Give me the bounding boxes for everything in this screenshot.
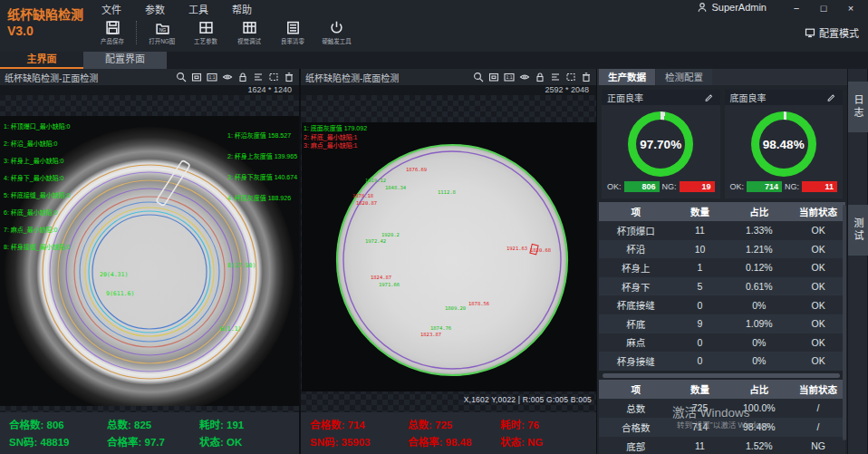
annotation-line: 4: 杯身下_最小缺陷:0 xyxy=(4,169,71,187)
status-field: 耗时: 76 xyxy=(500,417,596,431)
yield-gauges: 正面良率 97.70% OK: 806 NG: 19 底面良率 xyxy=(597,85,847,202)
vertical-scrollbar[interactable] xyxy=(843,205,846,440)
column-header: 占比 xyxy=(727,380,791,399)
menu-bar: 文件参数工具帮助 xyxy=(91,0,252,18)
one-to-one-icon[interactable]: 1:1 xyxy=(207,72,217,82)
main-tab-row: 主界面 配置界面 xyxy=(0,52,868,69)
svg-text:1823.87: 1823.87 xyxy=(420,332,441,337)
tab-log[interactable]: 日志 xyxy=(848,82,868,132)
toolbar-button[interactable]: 硬触发工具 xyxy=(314,18,358,45)
bottom-resolution: 2592 * 2048 xyxy=(301,85,596,95)
fit-view-icon[interactable] xyxy=(488,72,499,82)
status-field: 总数: 725 xyxy=(408,417,500,431)
tab-detection-config[interactable]: 检测配置 xyxy=(656,69,712,85)
toolbar-button[interactable]: 良率清零 xyxy=(271,18,314,45)
menu-item[interactable]: 参数 xyxy=(145,2,165,16)
toolbar-button[interactable]: 视觉调试 xyxy=(227,18,271,45)
zoom-icon[interactable] xyxy=(473,72,484,82)
data-panel: 生产数据 检测配置 正面良率 97.70% OK: 806 NG: xyxy=(596,69,847,454)
maximize-button[interactable]: □ xyxy=(812,2,835,16)
edit-icon[interactable] xyxy=(826,92,837,103)
front-view-panel: 纸杯缺陷检测-正面检测 1:1 1624 * 1240 xyxy=(0,69,299,454)
zoom-icon[interactable] xyxy=(176,72,187,82)
eye-icon[interactable] xyxy=(519,72,530,82)
trash-icon[interactable] xyxy=(581,72,592,82)
annotation-line: 4: 杯底灰度值 188.926 xyxy=(227,188,297,208)
tab-main-interface[interactable]: 主界面 xyxy=(0,52,83,69)
app-title: 纸杯缺陷检测 V3.0 xyxy=(0,0,88,52)
summary-table-header: 项数量占比当前状态 xyxy=(599,380,845,399)
menu-item[interactable]: 帮助 xyxy=(232,2,252,16)
svg-text:1919.12: 1919.12 xyxy=(365,178,386,183)
table-row[interactable]: 杯身接缝00%OK xyxy=(599,352,845,371)
column-header: 当前状态 xyxy=(791,380,845,399)
bottom-yield-ring: 98.48% xyxy=(751,111,816,177)
ng-label: NG: xyxy=(785,182,799,191)
toolbar-button[interactable]: 工艺参数 xyxy=(184,18,227,45)
tab-config-interface[interactable]: 配置界面 xyxy=(83,52,167,69)
tab-test[interactable]: 测试 xyxy=(848,205,868,256)
one-to-one-icon[interactable]: 1:1 xyxy=(504,72,515,82)
lock-icon[interactable] xyxy=(237,72,248,82)
front-viewer-toolbar: 1:1 xyxy=(176,72,294,82)
menu-item[interactable]: 工具 xyxy=(188,2,208,16)
toolbar-button-label: 产品保存 xyxy=(101,36,124,44)
table-row[interactable]: 杯顶爆口111.33%OK xyxy=(599,221,845,240)
measure-icon[interactable] xyxy=(253,72,264,82)
table-row[interactable]: 合格数71498.48%/ xyxy=(599,418,845,437)
table-row[interactable]: 杯身上10.12%OK xyxy=(599,258,845,277)
window-controls: − □ × xyxy=(785,2,863,16)
svg-text:1112.8: 1112.8 xyxy=(438,189,456,195)
bottom-yield-card: 底面良率 98.48% OK: 714 NG: 11 xyxy=(725,90,844,198)
front-view-title: 纸杯缺陷检测-正面检测 xyxy=(5,71,98,84)
lock-icon[interactable] xyxy=(535,72,545,82)
minimize-button[interactable]: − xyxy=(785,2,808,16)
status-field: SN码: 48819 xyxy=(9,434,107,449)
eye-icon[interactable] xyxy=(222,72,233,82)
table-row[interactable]: 杯身下50.61%OK xyxy=(599,277,845,296)
svg-text:1:1: 1:1 xyxy=(209,74,216,80)
roi-icon[interactable] xyxy=(565,72,576,82)
menu-item[interactable]: 文件 xyxy=(101,2,121,16)
table-row[interactable]: 底部111.52%NG xyxy=(599,437,845,454)
toolbar-separator xyxy=(136,21,137,44)
ok-label: OK: xyxy=(607,182,622,191)
svg-text:NG: NG xyxy=(159,27,166,33)
bottom-image-area[interactable]: 1876.691919.121848.341878.181820.871112.… xyxy=(301,95,596,412)
measure-icon[interactable] xyxy=(550,72,561,82)
table-row[interactable]: 杯底91.09%OK xyxy=(599,314,845,333)
table-row[interactable]: 总数725100.0%/ xyxy=(599,399,845,418)
close-button[interactable]: × xyxy=(839,2,863,16)
table-row[interactable]: 麻点00%OK xyxy=(599,333,845,353)
roi-icon[interactable] xyxy=(268,72,279,82)
svg-text:9(611.6): 9(611.6) xyxy=(106,290,134,297)
config-mode-label: 配置模式 xyxy=(819,25,859,40)
status-field: 合格率: 97.7 xyxy=(107,434,199,449)
toolbar-button[interactable]: NG打开NG图 xyxy=(140,18,184,45)
bottom-view-title: 纸杯缺陷检测-底面检测 xyxy=(305,71,399,84)
data-panel-tabs: 生产数据 检测配置 xyxy=(597,69,847,85)
svg-text:1921.63: 1921.63 xyxy=(506,246,527,251)
svg-text:6(1.1): 6(1.1) xyxy=(220,325,241,333)
edit-icon[interactable] xyxy=(704,92,715,103)
front-image-area[interactable]: 20(4.31)8(17.50)9(611.6)6(1.1) 1: 杯顶爆口_最… xyxy=(0,95,299,412)
status-field: 总数: 825 xyxy=(107,417,199,431)
trash-icon[interactable] xyxy=(284,72,294,82)
svg-text:1848.34: 1848.34 xyxy=(385,185,407,190)
horizontal-scrollbar[interactable] xyxy=(603,373,840,378)
tab-production-data[interactable]: 生产数据 xyxy=(599,69,655,85)
ok-label: OK: xyxy=(730,182,745,191)
toolbar-button[interactable]: 产品保存 xyxy=(91,18,134,45)
fit-view-icon[interactable] xyxy=(191,72,202,82)
table-row[interactable]: 杯底接缝00%OK xyxy=(599,295,845,314)
svg-text:1876.69: 1876.69 xyxy=(406,167,427,172)
status-field: SN码: 35903 xyxy=(310,434,408,449)
svg-text:1971.66: 1971.66 xyxy=(379,282,400,287)
front-yield-title: 正面良率 xyxy=(607,91,643,104)
table-row[interactable]: 杯沿101.21%OK xyxy=(599,240,845,259)
toolbar-button-label: 打开NG图 xyxy=(149,36,176,44)
user-area[interactable]: SuperAdmin xyxy=(697,2,767,13)
config-mode-button[interactable]: 配置模式 xyxy=(805,25,859,40)
status-field: 耗时: 191 xyxy=(199,417,299,431)
content: 纸杯缺陷检测-正面检测 1:1 1624 * 1240 xyxy=(0,69,868,454)
